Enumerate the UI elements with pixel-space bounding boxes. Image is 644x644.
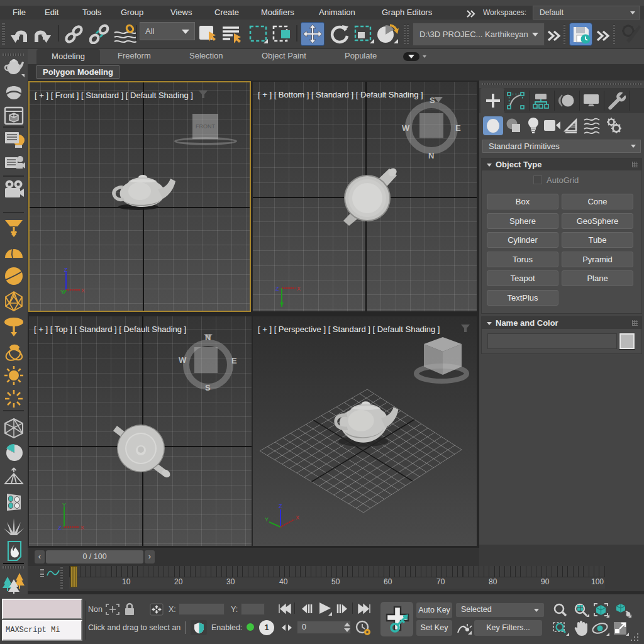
svg-text:X: X — [80, 525, 84, 531]
svg-text:Z: Z — [279, 503, 282, 509]
svg-text:X: X — [296, 514, 299, 521]
svg-text:X: X — [81, 287, 85, 294]
svg-text:Y: Y — [60, 289, 64, 295]
svg-text:Z: Z — [58, 525, 62, 531]
svg-text:X: X — [297, 286, 301, 292]
svg-text:Z: Z — [275, 286, 279, 292]
svg-text:Y: Y — [62, 502, 66, 508]
svg-text:Y: Y — [265, 516, 269, 523]
svg-text:Z: Z — [64, 267, 68, 273]
